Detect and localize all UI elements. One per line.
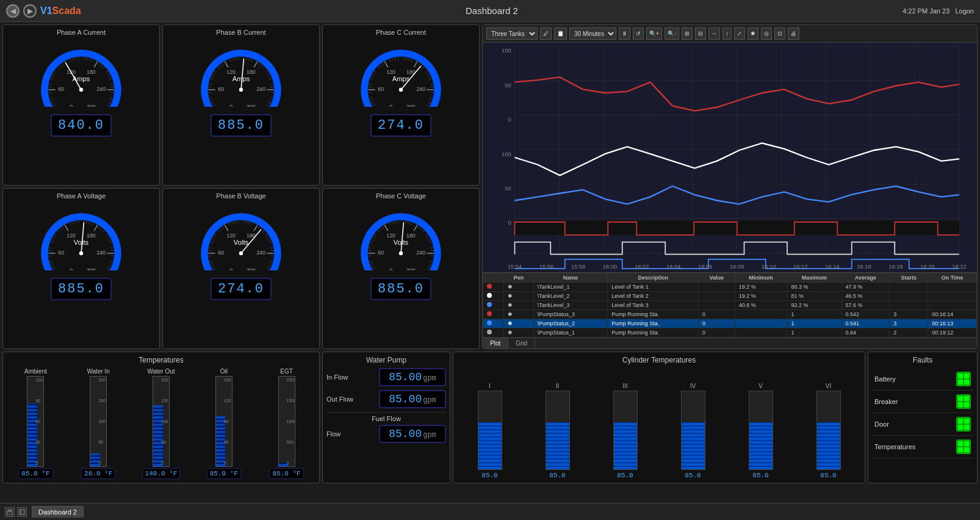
in-flow-label: In Flow: [326, 374, 348, 381]
temp-bar-water-out: Water Out200150100500140.0 °F: [132, 368, 190, 479]
svg-text:300: 300: [247, 104, 256, 107]
chart-pause[interactable]: ⏸: [619, 27, 630, 40]
fault-row-breaker[interactable]: Breaker: [872, 391, 973, 413]
chart-svg: 15:5415:5615:5816:0016:0216:0416:0616:08…: [483, 43, 977, 272]
svg-text:50: 50: [505, 82, 511, 88]
svg-line-207: [51, 264, 54, 265]
page-title: Dashboard 2: [466, 5, 518, 16]
temp-bar-scale: 200150100500: [160, 377, 169, 466]
row-cell-3: [735, 328, 787, 338]
chart-table-row[interactable]: ✱\PumpStatus_3Pump Running Sta.010.54230…: [483, 310, 977, 319]
chart-btn-3[interactable]: ⊞: [682, 27, 693, 40]
svg-text:120: 120: [386, 233, 395, 239]
status-tab-dashboard2[interactable]: Dashboard 2: [32, 506, 84, 518]
row-cell-0: \PumpStatus_2: [533, 319, 608, 328]
chart-tabs: Plot Grid: [483, 338, 977, 348]
svg-line-361: [428, 239, 430, 240]
svg-line-270: [211, 264, 214, 265]
svg-text:300: 300: [247, 267, 256, 270]
fault-row-temperatures[interactable]: Temperatures: [872, 436, 973, 458]
svg-line-93: [222, 63, 224, 65]
back-button[interactable]: ◀: [6, 4, 20, 18]
chart-btn-10[interactable]: ⊡: [774, 27, 785, 40]
chart-btn-5[interactable]: ↔: [708, 27, 720, 40]
gauge-svg-phase-b-current: 060120180240300Amps: [192, 38, 290, 107]
preset-select[interactable]: Three Tanks: [486, 27, 538, 40]
svg-line-218: [60, 228, 62, 231]
svg-line-151: [371, 76, 373, 77]
col-ontime: On Time: [928, 273, 977, 283]
svg-line-227: [89, 222, 90, 225]
chart-zoom-out[interactable]: 🔍-: [665, 27, 679, 40]
svg-line-157: [384, 62, 386, 64]
svg-line-208: [49, 261, 52, 262]
row-cell-2: [699, 283, 735, 292]
svg-line-235: [108, 239, 110, 240]
chart-table-row[interactable]: ✱\PumpStatus_1Pump Running Sta.010.64200…: [483, 328, 977, 338]
chart-refresh[interactable]: ↺: [633, 27, 644, 40]
svg-text:16:06: 16:06: [698, 263, 712, 270]
svg-text:300: 300: [87, 104, 96, 107]
chart-btn-9[interactable]: ◎: [761, 27, 772, 40]
svg-line-174: [430, 84, 433, 85]
chart-btn-4[interactable]: ⊟: [695, 27, 706, 40]
fuel-flow-label: Flow: [326, 430, 340, 438]
svg-line-166: [416, 62, 417, 64]
chart-zoom-in[interactable]: 🔍+: [646, 27, 662, 40]
svg-line-355: [416, 225, 417, 228]
tab-grid[interactable]: Grid: [508, 338, 535, 348]
time-range-select[interactable]: 30 Minutes: [569, 27, 616, 40]
status-icon-2[interactable]: [17, 507, 27, 517]
fuel-section: Fuel Flow Flow 85.00gpm: [326, 412, 446, 447]
svg-line-293: [258, 226, 260, 229]
svg-line-45: [107, 73, 109, 74]
chart-btn-8[interactable]: ✱: [748, 27, 758, 40]
fault-row-door[interactable]: Door: [872, 413, 973, 436]
svg-line-170: [425, 71, 428, 73]
row-cell-4: 81 %: [787, 292, 841, 301]
chart-btn-6[interactable]: ↕: [722, 27, 732, 40]
svg-line-89: [213, 73, 215, 74]
user-logon: Logon: [955, 7, 974, 15]
tab-plot[interactable]: Plot: [483, 338, 508, 348]
svg-point-314: [239, 251, 243, 255]
row-cell-4: 1: [787, 319, 841, 328]
row-color-dot: [487, 302, 492, 307]
gauge-wrap-phase-a-current: 060120180240300Amps: [32, 38, 130, 112]
svg-line-306: [268, 266, 270, 267]
col-avg: Average: [841, 273, 890, 283]
svg-line-109: [268, 76, 270, 77]
svg-line-229: [96, 225, 97, 228]
svg-line-223: [76, 221, 76, 224]
svg-line-159: [392, 58, 393, 61]
svg-line-271: [209, 261, 212, 262]
cylinder-bars: I85.0II85.0III85.0IV85.0V85.0VI85.0: [457, 368, 861, 479]
cyl-bar-value: 85.0: [549, 472, 565, 479]
chart-table-row[interactable]: ✱\TankLevel_1Level of Tank 119.2 %80.3 %…: [483, 283, 977, 292]
svg-line-87: [211, 79, 214, 80]
row-pen: ✱: [504, 301, 533, 310]
forward-button[interactable]: ▶: [23, 4, 37, 18]
svg-line-213: [51, 242, 54, 244]
svg-text:16:10: 16:10: [762, 263, 776, 270]
svg-line-101: [249, 58, 250, 61]
chart-btn-11[interactable]: 🖨: [788, 27, 799, 40]
status-icon-1[interactable]: [5, 507, 15, 517]
chart-table-row[interactable]: ✱\TankLevel_2Level of Tank 219.2 %81 %46…: [483, 292, 977, 301]
svg-point-62: [79, 88, 83, 92]
row-cell-3: 40.6 %: [735, 301, 787, 310]
row-pen: ✱: [504, 328, 533, 338]
chart-btn-7[interactable]: ⤢: [734, 27, 745, 40]
svg-line-48: [110, 84, 113, 85]
chart-table-row[interactable]: ✱\TankLevel_3Level of Tank 340.6 %92.2 %…: [483, 301, 977, 310]
svg-line-283: [225, 225, 226, 228]
svg-line-81: [211, 100, 214, 101]
cyl-bar-track: [749, 391, 773, 470]
chart-btn-2[interactable]: 📋: [554, 27, 567, 40]
chart-table-row[interactable]: ✱\PumpStatus_2Pump Running Sta.010.54130…: [483, 319, 977, 328]
svg-text:240: 240: [96, 250, 106, 256]
title-bar-left: ◀ ▶ V1Scada: [6, 4, 81, 18]
svg-line-32: [70, 59, 71, 62]
chart-btn-1[interactable]: 🖊: [540, 27, 552, 40]
fault-row-battery[interactable]: Battery: [872, 368, 973, 391]
